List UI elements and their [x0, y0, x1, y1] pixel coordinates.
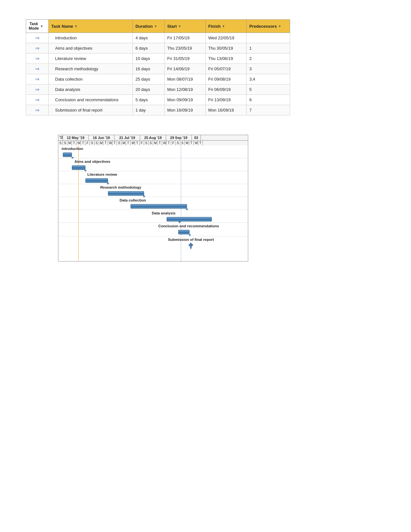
- start-cell: Fri 17/05/19: [164, 33, 205, 43]
- task-name-cell: Data analysis: [49, 84, 133, 95]
- start-cell: Mon 16/09/19: [164, 105, 205, 115]
- col-header-duration[interactable]: Duration ▼: [133, 20, 164, 33]
- tl-day-4: W: [76, 141, 81, 145]
- table-row: ⇒Data analysis20 daysMon 12/08/19Fri 06/…: [26, 84, 290, 95]
- tl-day-29: T: [189, 141, 194, 145]
- task-mode-icon: ⇒: [35, 56, 39, 61]
- task-mode-header-label: TaskMode: [29, 22, 39, 31]
- tl-oct: 03: [192, 135, 201, 140]
- predecessors-cell: 2: [247, 54, 290, 64]
- tl-day-5: T: [81, 141, 85, 145]
- tl-day-13: S: [117, 141, 122, 145]
- finish-cell: Wed 22/05/19: [206, 33, 247, 43]
- tl-day-31: T: [198, 141, 203, 145]
- task-name-cell: Research methodology: [49, 64, 133, 74]
- gantt-row-0: introduction: [58, 145, 248, 158]
- task-mode-icon: ⇒: [35, 87, 39, 92]
- table-row: ⇒Literature review10 daysFri 31/05/19Thu…: [26, 54, 290, 64]
- task-mode-icon: ⇒: [35, 76, 39, 82]
- tl-day-14: M: [122, 141, 126, 145]
- tl-day-2: M: [67, 141, 72, 145]
- task-table-section: TaskMode ▼ Task Name ▼ Duration ▼: [26, 19, 385, 115]
- tl-jul19: 21 Jul '19: [114, 135, 140, 140]
- tl-day-25: F: [171, 141, 176, 145]
- predecessors-cell: [247, 33, 290, 43]
- task-mode-cell: ⇒: [26, 84, 49, 95]
- predecessors-cell: 7: [247, 105, 290, 115]
- task-mode-icon: ⇒: [35, 107, 39, 113]
- gantt-row-7: Submission of final report: [58, 236, 248, 250]
- tl-day-0: S: [58, 141, 63, 145]
- duration-cell: 5 days: [133, 95, 164, 105]
- duration-cell: 4 days: [133, 33, 164, 43]
- gantt-task-label-4: Data collection: [120, 198, 146, 202]
- gantt-table: TaskMode ▼ Task Name ▼ Duration ▼: [26, 19, 290, 115]
- finish-cell: Fri 13/09/19: [206, 95, 247, 105]
- tl-padding: [201, 135, 248, 140]
- task-mode-cell: ⇒: [26, 74, 49, 84]
- start-cell: Fri 31/05/19: [164, 54, 205, 64]
- task-mode-cell: ⇒: [26, 105, 49, 115]
- task-mode-icon: ⇒: [35, 45, 39, 51]
- sort-arrow-finish: ▼: [222, 25, 225, 28]
- gantt-task-label-1: Aims and objectives: [74, 160, 110, 163]
- task-name-cell: Conclusion and recommendations: [49, 95, 133, 105]
- sort-arrow-task-mode: ▼: [40, 25, 43, 28]
- gantt-task-label-3: Research methodology: [100, 185, 141, 189]
- gantt-bar-2: [85, 178, 108, 183]
- start-cell: Fri 14/06/19: [164, 64, 205, 74]
- task-name-header-label: Task Name: [51, 24, 73, 29]
- table-row: ⇒Submission of final report1 dayMon 16/0…: [26, 105, 290, 115]
- task-mode-cell: ⇒: [26, 54, 49, 64]
- tl-day-24: T: [167, 141, 171, 145]
- task-name-cell: Data collection: [49, 74, 133, 84]
- finish-cell: Thu 30/05/19: [206, 43, 247, 54]
- sort-arrow-duration: ▼: [154, 25, 157, 28]
- gantt-bar-1: [72, 165, 85, 170]
- table-row: ⇒Aims and objectives6 daysThu 23/05/19Th…: [26, 43, 290, 54]
- tl-day-8: S: [94, 141, 99, 145]
- gantt-task-label-2: Literature review: [87, 172, 117, 176]
- gantt-row-5: Data analysis: [58, 210, 248, 223]
- gantt-milestone-7: [189, 243, 193, 247]
- task-mode-cell: ⇒: [26, 43, 49, 54]
- tl-day-26: S: [176, 141, 180, 145]
- tl-day-18: F: [140, 141, 144, 145]
- predecessors-cell: 6: [247, 95, 290, 105]
- tl-may19: 12 May '19: [63, 135, 89, 140]
- gantt-row-2: Literature review: [58, 171, 248, 184]
- table-row: ⇒Research methodology16 daysFri 14/06/19…: [26, 64, 290, 74]
- table-row: ⇒Conclusion and recommendations5 daysMon…: [26, 95, 290, 105]
- col-header-finish[interactable]: Finish ▼: [206, 20, 247, 33]
- gantt-chart: '19 12 May '19 16 Jun '19 21 Jul '19 25 …: [58, 135, 248, 261]
- table-row: ⇒introduction4 daysFri 17/05/19Wed 22/05…: [26, 33, 290, 43]
- task-name-cell: Submission of final report: [49, 105, 133, 115]
- tl-aug19: 25 Aug '19: [140, 135, 166, 140]
- tl-day-27: S: [180, 141, 185, 145]
- duration-cell: 1 day: [133, 105, 164, 115]
- tl-day-21: M: [153, 141, 158, 145]
- col-header-predecessors[interactable]: Predecessors ▼: [247, 20, 290, 33]
- start-header-label: Start: [167, 24, 177, 29]
- table-row: ⇒Data collection25 daysMon 08/07/19Fri 0…: [26, 74, 290, 84]
- tl-day-11: W: [108, 141, 113, 145]
- task-name-cell: Literature review: [49, 54, 133, 64]
- sort-arrow-predecessors: ▼: [278, 25, 281, 28]
- gantt-bar-4: [131, 204, 187, 209]
- predecessors-cell: 3,4: [247, 74, 290, 84]
- gantt-chart-section: '19 12 May '19 16 Jun '19 21 Jul '19 25 …: [58, 135, 385, 261]
- connector-arrow-7: [190, 247, 192, 249]
- tl-day-filler: [203, 141, 248, 145]
- duration-header-label: Duration: [135, 24, 152, 29]
- tl-day-30: W: [194, 141, 198, 145]
- task-name-cell: Aims and objectives: [49, 43, 133, 54]
- col-header-task-mode[interactable]: TaskMode ▼: [26, 20, 49, 33]
- col-header-task-name[interactable]: Task Name ▼: [49, 20, 133, 33]
- col-header-start[interactable]: Start ▼: [164, 20, 205, 33]
- finish-cell: Thu 13/06/19: [206, 54, 247, 64]
- timeline-header-row1: '19 12 May '19 16 Jun '19 21 Jul '19 25 …: [58, 135, 248, 140]
- tl-day-1: S: [63, 141, 67, 145]
- finish-header-label: Finish: [208, 24, 220, 29]
- task-mode-icon: ⇒: [35, 66, 39, 72]
- predecessors-header-label: Predecessors: [249, 24, 277, 29]
